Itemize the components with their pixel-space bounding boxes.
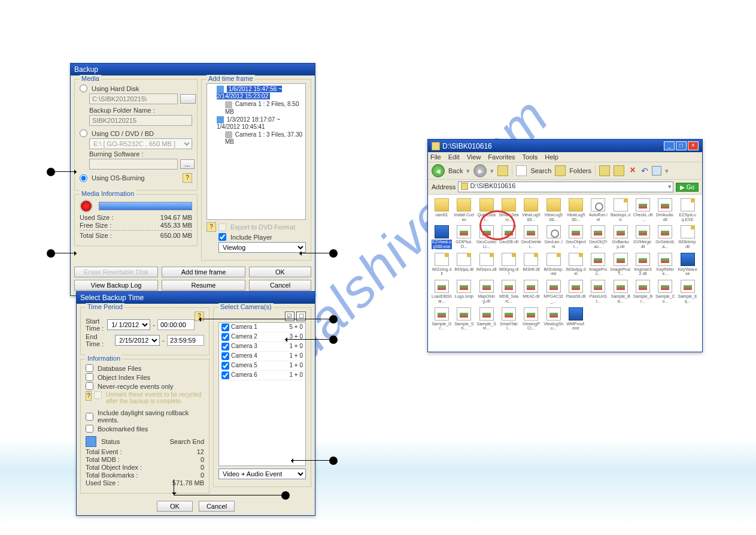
player-combo[interactable]: Viewlog xyxy=(218,242,306,253)
file-item[interactable]: Sample_Sm... xyxy=(476,307,497,331)
file-item[interactable]: ViewLog500... xyxy=(544,198,564,222)
file-item[interactable]: ViewlogSho... xyxy=(544,307,564,331)
menu-tools[interactable]: Tools xyxy=(523,153,538,161)
select-none-icon[interactable]: ☐ xyxy=(296,312,306,321)
copy-icon[interactable] xyxy=(614,165,624,176)
start-time[interactable] xyxy=(157,319,195,330)
move-icon[interactable] xyxy=(599,165,610,176)
file-item[interactable]: KeyRefere... xyxy=(655,253,675,276)
file-item[interactable]: GeoObjTrac... xyxy=(588,225,608,249)
address-input[interactable]: D:\SIBK010616 ▾ xyxy=(458,182,673,192)
camera-check[interactable] xyxy=(221,343,229,350)
file-item[interactable]: Sample_Sh... xyxy=(454,307,474,331)
file-item[interactable]: IM31img.dll xyxy=(432,253,452,276)
back-button[interactable]: ◄ xyxy=(432,164,445,177)
ok-button-2[interactable]: OK xyxy=(157,501,193,512)
end-time[interactable] xyxy=(167,335,204,346)
tree-item-1-child[interactable]: Camera 1 : 2 Files, 8.50 MB xyxy=(225,101,299,114)
views-button[interactable] xyxy=(652,166,661,176)
start-date[interactable]: 1/ 1/2012 xyxy=(107,319,150,330)
file-item[interactable]: PassDll.dll xyxy=(566,280,586,303)
file-item[interactable]: MPG4C32_... xyxy=(544,280,564,303)
file-item[interactable]: CheckL.dll_... xyxy=(633,198,653,222)
file-item[interactable]: GeoLan..ini xyxy=(544,225,564,249)
file-item[interactable]: IM3sdpg.del xyxy=(566,253,586,276)
file-area[interactable]: cam01Install CodecQuickSear...Smart Sear… xyxy=(428,195,702,352)
never-recycle-check[interactable] xyxy=(86,382,93,390)
camera-check[interactable] xyxy=(221,371,229,379)
camera-row[interactable]: Camera 41 + 0 xyxy=(219,352,305,361)
undo-icon[interactable]: ↶ xyxy=(641,166,648,176)
end-date[interactable]: 2/15/2012 xyxy=(115,335,160,346)
camera-check[interactable] xyxy=(221,362,229,370)
menu-favorites[interactable]: Favorites xyxy=(488,153,515,161)
forward-button[interactable]: ► xyxy=(473,164,487,177)
menu-help[interactable]: Help xyxy=(545,153,558,161)
file-item[interactable]: Imgman32.dll xyxy=(633,253,653,276)
menubar[interactable]: FileEditViewFavoritesToolsHelp xyxy=(428,152,702,162)
maximize-button[interactable]: □ xyxy=(676,141,687,150)
file-item[interactable]: IM3rxbmp.del xyxy=(544,253,564,276)
close-button[interactable]: × xyxy=(688,141,699,150)
file-item[interactable]: GeoObjectI... xyxy=(566,225,586,249)
obj-index-check[interactable] xyxy=(86,373,93,381)
opt-harddisk[interactable] xyxy=(80,84,87,92)
cancel-button-2[interactable]: Cancel xyxy=(199,501,235,512)
file-item[interactable]: AutoRun.inf xyxy=(588,198,608,222)
camera-row[interactable]: Camera 31 + 0 xyxy=(219,342,305,352)
file-item[interactable]: Sample_Eq... xyxy=(678,280,698,303)
file-item[interactable]: GeoCodecLi... xyxy=(476,225,497,249)
burning-browse-button[interactable]: ... xyxy=(180,159,195,169)
file-item[interactable]: PassUnSt... xyxy=(588,280,608,303)
file-item[interactable]: IM3kbmp.dll xyxy=(678,225,698,249)
help-icon[interactable]: ? xyxy=(207,222,216,232)
file-item[interactable]: ViewLog500... xyxy=(521,198,541,222)
file-item[interactable]: QuickSear... xyxy=(476,198,497,222)
file-item[interactable]: GVMerge.dll xyxy=(633,225,653,249)
file-item[interactable]: ViewLog500... xyxy=(566,198,586,222)
cancel-button[interactable]: Cancel xyxy=(249,280,311,291)
folders-button[interactable] xyxy=(555,165,566,176)
file-item[interactable]: EZViewLog500.exe xyxy=(432,225,452,249)
file-item[interactable]: GvBackup.dll xyxy=(611,225,631,249)
file-item[interactable]: IM3rpcx.dll xyxy=(476,253,497,276)
include-player-check[interactable] xyxy=(218,233,226,241)
tree-item-2[interactable]: 1/3/2012 18:17:07 ~ 1/4/2012 10:45:41 xyxy=(217,116,280,130)
file-item[interactable]: KeyView.exe xyxy=(678,253,698,276)
file-item[interactable]: GDIPlus.D... xyxy=(454,225,474,249)
file-item[interactable]: GeoDeinter... xyxy=(521,225,541,249)
file-item[interactable]: MapObing.dll xyxy=(476,280,497,303)
select-all-icon[interactable]: ☑ xyxy=(285,312,294,321)
file-item[interactable]: ViewlogPCI... xyxy=(521,307,541,331)
opt-osburning[interactable] xyxy=(80,174,87,182)
file-item[interactable]: Mfc42.dll xyxy=(521,280,541,303)
browse-button[interactable]: ... xyxy=(180,94,196,104)
tree-item-2-child[interactable]: Camera 1 : 3 Files, 37.30 MB xyxy=(225,131,302,145)
help-icon[interactable]: ? xyxy=(183,173,192,183)
add-timeframe-button[interactable]: Add time frame xyxy=(162,267,245,277)
camera-check[interactable] xyxy=(221,352,229,360)
file-item[interactable]: cam01 xyxy=(432,198,452,222)
file-item[interactable]: Install Codec xyxy=(454,198,474,222)
event-combo[interactable]: Video + Audio Event xyxy=(218,468,306,479)
camera-row[interactable]: Camera 15 + 0 xyxy=(219,323,305,333)
camera-row[interactable]: Camera 61 + 0 xyxy=(219,371,305,380)
search-icon[interactable] xyxy=(516,165,527,176)
file-item[interactable]: LoadDBShar... xyxy=(432,280,452,303)
file-item[interactable]: IM3rjpg.dll xyxy=(454,253,474,276)
bookmark-check[interactable] xyxy=(86,425,93,433)
dst-check[interactable] xyxy=(86,413,93,421)
db-files-check[interactable] xyxy=(86,364,93,372)
tree-item-1[interactable]: 1/6/2012 15:47:56 ~ 2/14/2012 15:23:02 xyxy=(217,86,282,99)
camera-row[interactable]: Camera 23 + 0 xyxy=(219,333,305,342)
menu-edit[interactable]: Edit xyxy=(448,153,460,161)
menu-view[interactable]: View xyxy=(467,153,481,161)
camera-check[interactable] xyxy=(221,324,229,331)
file-item[interactable]: Sample_Gr... xyxy=(432,307,452,331)
minimize-button[interactable]: _ xyxy=(664,141,675,150)
go-button[interactable]: ▶ Go xyxy=(676,183,699,192)
camera-list[interactable]: Camera 15 + 0 Camera 23 + 0 Camera 31 + … xyxy=(218,322,306,466)
file-item[interactable]: Smart Searc... xyxy=(499,198,519,222)
ok-button[interactable]: OK xyxy=(249,267,311,277)
menu-file[interactable]: File xyxy=(430,153,441,161)
